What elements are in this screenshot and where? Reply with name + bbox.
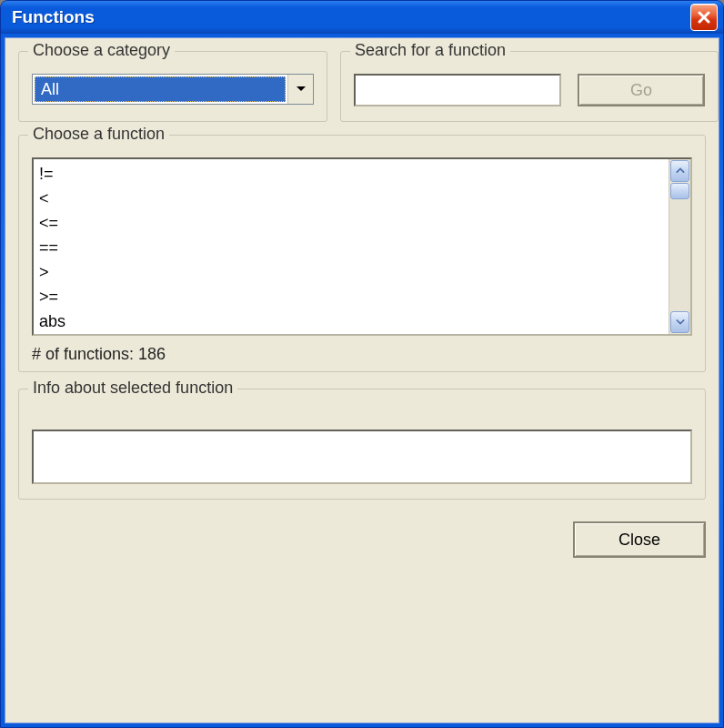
functions-legend: Choose a function xyxy=(28,125,169,144)
scroll-track[interactable] xyxy=(669,183,690,310)
dialog-body: Choose a category All Search for a funct… xyxy=(5,37,719,723)
list-item[interactable]: == xyxy=(37,236,665,260)
scroll-thumb[interactable] xyxy=(670,183,689,199)
chevron-up-icon xyxy=(676,167,685,175)
category-dropdown[interactable]: All xyxy=(32,74,314,105)
dropdown-arrow xyxy=(287,75,313,104)
window-close-button[interactable] xyxy=(690,4,718,31)
list-item[interactable]: >= xyxy=(37,285,665,309)
category-legend: Choose a category xyxy=(28,41,175,60)
search-groupbox: Search for a function Go xyxy=(340,51,719,122)
functions-list: != < <= == > >= abs xyxy=(34,159,669,334)
list-item[interactable]: abs xyxy=(37,309,665,334)
top-row: Choose a category All Search for a funct… xyxy=(18,51,706,122)
functions-groupbox: Choose a function != < <= == > >= abs xyxy=(18,135,706,372)
count-prefix: # of functions: xyxy=(32,345,138,363)
info-groupbox: Info about selected function xyxy=(18,389,706,500)
count-value: 186 xyxy=(138,345,166,363)
search-legend: Search for a function xyxy=(350,41,510,60)
scroll-down-button[interactable] xyxy=(670,311,689,333)
chevron-down-icon xyxy=(296,86,307,93)
functions-scrollbar[interactable] xyxy=(669,159,690,334)
chevron-down-icon xyxy=(676,318,685,326)
list-item[interactable]: > xyxy=(37,260,665,285)
scroll-up-button[interactable] xyxy=(670,160,689,182)
search-input[interactable] xyxy=(354,74,561,106)
list-item[interactable]: != xyxy=(37,162,665,187)
function-count-label: # of functions: 186 xyxy=(32,345,692,364)
list-item[interactable]: < xyxy=(37,187,665,211)
bottom-row: Close xyxy=(18,516,706,558)
search-row: Go xyxy=(354,74,705,106)
functions-listbox[interactable]: != < <= == > >= abs xyxy=(32,157,692,336)
close-icon xyxy=(697,10,711,25)
go-button[interactable]: Go xyxy=(578,74,705,106)
titlebar: Functions xyxy=(1,1,723,34)
category-groupbox: Choose a category All xyxy=(18,51,327,122)
info-legend: Info about selected function xyxy=(28,379,237,398)
close-button[interactable]: Close xyxy=(573,521,706,558)
window-title: Functions xyxy=(12,7,690,27)
info-text xyxy=(32,430,692,484)
category-selected-value: All xyxy=(35,76,286,102)
list-item[interactable]: <= xyxy=(37,211,665,236)
functions-dialog: Functions Choose a category All xyxy=(0,0,724,728)
